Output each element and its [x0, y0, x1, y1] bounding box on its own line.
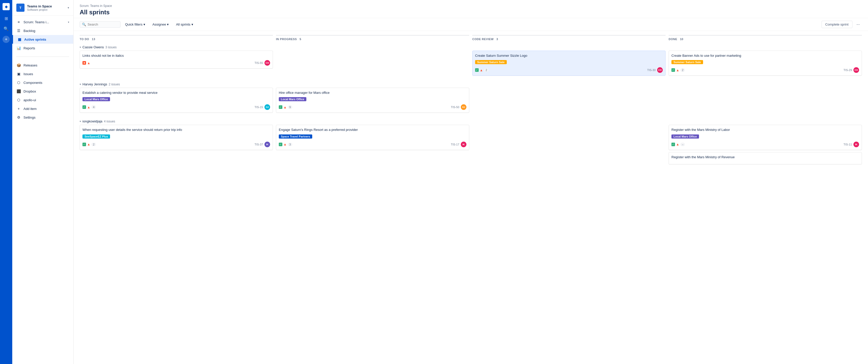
sidebar-scrum-label: Scrum: Teams i...	[24, 20, 65, 24]
sidebar-item-components[interactable]: ⬡ Components	[12, 78, 73, 87]
assignee-label: Assignee	[152, 23, 166, 26]
cassie-done-col: Create Banner Ads to use for partner mar…	[669, 51, 862, 78]
sidebar-item-scrum[interactable]: ≡ Scrum: Teams i... ▾	[12, 18, 73, 26]
group-header-harvey[interactable]: ▾ Harvey Jennings 2 issues	[80, 81, 862, 88]
ticket-id: TIS-30	[647, 68, 656, 72]
iong-todo-col: When requesting user details the service…	[80, 125, 273, 166]
avatar: IK	[265, 142, 270, 147]
sidebar-item-active-sprints[interactable]: ▦ Active sprints	[12, 35, 73, 44]
card-tis-29[interactable]: Create Banner Ads to use for partner mar…	[669, 51, 862, 76]
sidebar-item-reports[interactable]: 📊 Reports	[12, 44, 73, 52]
sidebar-issues-label: Issues	[24, 72, 69, 76]
card-meta: ✓ ▲ 4	[83, 105, 96, 109]
card-tis-11[interactable]: Register with the Mars Ministry of Labor…	[669, 125, 862, 150]
card-tag: Summer Saturn Sale	[475, 60, 507, 64]
group-count-harvey: 2 issues	[109, 83, 120, 86]
group-harvey-jennings: ▾ Harvey Jennings 2 issues Establish a c…	[80, 81, 862, 115]
card-tis-17[interactable]: Engage Saturn's Rings Resort as a prefer…	[276, 125, 469, 150]
search-box[interactable]: 🔍	[80, 21, 121, 28]
avatar: IK	[854, 142, 859, 147]
search-input[interactable]	[88, 23, 118, 26]
card-footer-right: TIS-50 HJ	[451, 104, 466, 110]
card-tis-55[interactable]: Links should not be in italics ■ ▲ TIS-5…	[80, 51, 273, 68]
card-meta: ✓ ▲ 3	[279, 142, 292, 146]
sidebar-nav-secondary: 📦 Releases ▣ Issues ⬡ Components ⬛ Dropb…	[12, 59, 73, 124]
project-header[interactable]: T Teams in Space Software project ▾	[12, 0, 73, 16]
card-tag: Summer Saturn Sale	[672, 60, 703, 64]
project-avatar: T	[16, 4, 25, 12]
ticket-id: TIS-11	[843, 143, 852, 146]
nav-search-icon[interactable]: 🔍	[2, 25, 10, 33]
card-footer-right: TIS-29 CO	[843, 67, 859, 73]
nav-home-icon[interactable]: ⊞	[2, 14, 10, 23]
sidebar-item-apollo-ui[interactable]: ⬡ apollo-ui	[12, 95, 73, 104]
avatar: HJ	[461, 104, 466, 110]
sidebar-item-dropbox[interactable]: ⬛ Dropbox	[12, 87, 73, 95]
col-header-done: DONE 10	[669, 35, 862, 44]
harvey-codereview-col	[472, 88, 665, 115]
priority-icon: ▲	[676, 142, 679, 146]
group-header-iong[interactable]: ▾ iongkowidjaja 4 issues	[80, 118, 862, 125]
card-tis-37[interactable]: When requesting user details the service…	[80, 125, 273, 150]
story-points: 9	[288, 105, 292, 109]
sidebar-item-issues[interactable]: ▣ Issues	[12, 69, 73, 78]
nav-create-button[interactable]: +	[3, 36, 10, 43]
ticket-id: TIS-17	[451, 143, 459, 146]
card-meta: ■ ▲	[83, 61, 90, 65]
sidebar-releases-label: Releases	[24, 63, 69, 67]
harvey-todo-col: Establish a catering vendor to provide m…	[80, 88, 273, 115]
assignee-chevron-icon: ▾	[167, 23, 169, 26]
avatar: CO	[657, 67, 663, 73]
components-icon: ⬡	[16, 80, 21, 85]
card-title: Hire office manager for Mars office	[279, 90, 466, 95]
sidebar-item-backlog[interactable]: ☰ Backlog	[12, 26, 73, 35]
iong-codereview-col	[472, 125, 665, 166]
priority-icon: ▲	[87, 61, 90, 65]
card-footer: ✓ ▲ 2 TIS-29 CO	[672, 67, 859, 73]
sidebar-nav-primary: ≡ Scrum: Teams i... ▾ ☰ Backlog ▦ Active…	[12, 16, 73, 54]
card-tag: Space Travel Partners	[279, 135, 312, 139]
ticket-id: TIS-55	[254, 61, 263, 64]
sidebar-item-add[interactable]: + Add item	[12, 104, 73, 113]
card-tis-15[interactable]: Establish a catering vendor to provide m…	[80, 88, 273, 113]
group-cassie-owens: ▾ Cassie Owens 3 issues Links should not…	[80, 44, 862, 78]
card-title: Create Saturn Summer Sizzle Logo	[475, 53, 663, 58]
sidebar-components-label: Components	[24, 81, 69, 85]
releases-icon: 📦	[16, 63, 21, 67]
group-name-harvey: Harvey Jennings	[83, 82, 107, 86]
avatar: CO	[854, 67, 859, 73]
card-footer: ✓ ▲ 2 TIS-30 CO	[475, 67, 663, 73]
sidebar-add-label: Add item	[24, 107, 69, 111]
app-logo[interactable]: ◆	[3, 3, 10, 10]
story-points: 2	[680, 68, 685, 72]
card-footer-right: TIS-17 IK	[451, 142, 466, 147]
card-footer-right: TIS-37 IK	[254, 142, 270, 147]
card-footer: ✓ ▲ – TIS-11 IK	[672, 142, 859, 147]
sidebar-item-releases[interactable]: 📦 Releases	[12, 61, 73, 69]
complete-sprint-button[interactable]: Complete sprint	[822, 21, 852, 28]
dropbox-icon: ⬛	[16, 89, 21, 93]
card-tis-50[interactable]: Hire office manager for Mars office Loca…	[276, 88, 469, 113]
harvey-done-col	[669, 88, 862, 115]
assignee-button[interactable]: Assignee ▾	[150, 21, 171, 28]
story-points: 4	[91, 105, 96, 109]
project-chevron-icon: ▾	[68, 6, 69, 9]
card-meta: ✓ ▲ 2	[83, 142, 96, 146]
card-title: Establish a catering vendor to provide m…	[83, 90, 270, 95]
card-meta: ✓ ▲ 2	[475, 68, 489, 72]
active-sprints-icon: ▦	[17, 37, 22, 42]
card-mars-revenue[interactable]: Register with the Mars Ministry of Reven…	[669, 152, 862, 164]
sidebar-item-settings[interactable]: ⚙ Settings	[12, 113, 73, 122]
nav-rail: ◆ ⊞ 🔍 +	[0, 0, 12, 364]
group-count-iong: 4 issues	[104, 120, 115, 123]
group-header-cassie[interactable]: ▾ Cassie Owens 3 issues	[80, 44, 862, 51]
all-sprints-button[interactable]: All sprints ▾	[173, 21, 195, 28]
toolbar: 🔍 Quick filters ▾ Assignee ▾ All sprints…	[73, 18, 868, 31]
priority-icon: ▲	[676, 68, 679, 72]
card-tis-30[interactable]: Create Saturn Summer Sizzle Logo Summer …	[472, 51, 665, 76]
project-name: Teams in Space	[27, 4, 65, 8]
more-options-button[interactable]: ···	[855, 21, 862, 28]
sidebar-dropbox-label: Dropbox	[24, 89, 69, 93]
quick-filters-button[interactable]: Quick filters ▾	[123, 21, 148, 28]
ticket-id: TIS-50	[451, 106, 459, 109]
